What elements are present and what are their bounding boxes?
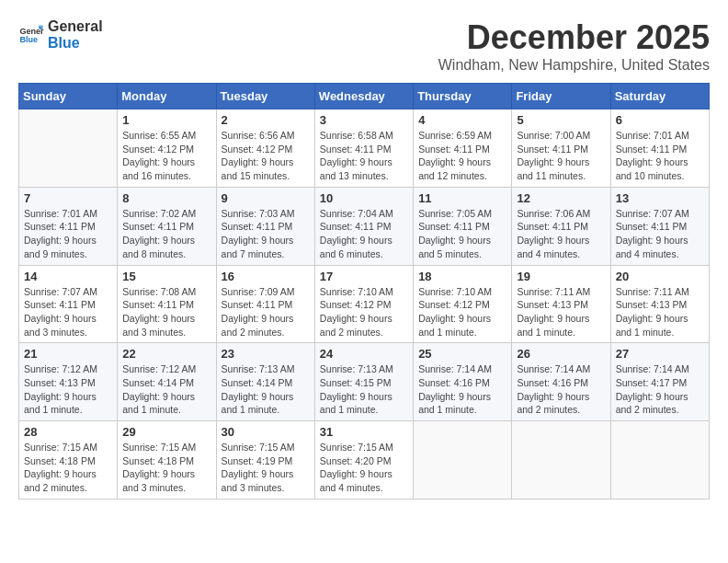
weekday-header-monday: Monday	[118, 84, 216, 109]
day-info: Sunrise: 7:00 AMSunset: 4:11 PMDaylight:…	[517, 129, 605, 183]
title-section: December 2025 Windham, New Hampshire, Un…	[438, 18, 710, 74]
day-info: Sunrise: 7:13 AMSunset: 4:15 PMDaylight:…	[320, 362, 408, 417]
day-number: 21	[24, 347, 112, 361]
day-number: 26	[517, 347, 605, 361]
logo-icon: General Blue	[18, 22, 44, 48]
day-number: 13	[616, 191, 704, 205]
day-info: Sunrise: 7:11 AMSunset: 4:13 PMDaylight:…	[517, 285, 605, 339]
calendar-cell	[414, 421, 512, 500]
day-info: Sunrise: 7:15 AMSunset: 4:19 PMDaylight:…	[222, 441, 310, 495]
weekday-header-sunday: Sunday	[19, 84, 118, 109]
day-number: 7	[24, 191, 112, 205]
day-number: 24	[320, 347, 408, 361]
day-info: Sunrise: 7:14 AMSunset: 4:17 PMDaylight:…	[616, 362, 704, 417]
calendar-cell: 14Sunrise: 7:07 AMSunset: 4:11 PMDayligh…	[19, 265, 118, 343]
calendar-cell: 28Sunrise: 7:15 AMSunset: 4:18 PMDayligh…	[19, 421, 118, 500]
day-info: Sunrise: 7:05 AMSunset: 4:11 PMDaylight:…	[418, 207, 506, 261]
day-info: Sunrise: 7:12 AMSunset: 4:14 PMDaylight:…	[122, 362, 210, 417]
calendar-table: SundayMondayTuesdayWednesdayThursdayFrid…	[18, 83, 710, 500]
day-info: Sunrise: 6:59 AMSunset: 4:11 PMDaylight:…	[418, 129, 506, 183]
calendar-cell: 20Sunrise: 7:11 AMSunset: 4:13 PMDayligh…	[610, 265, 709, 343]
calendar-cell: 13Sunrise: 7:07 AMSunset: 4:11 PMDayligh…	[610, 187, 709, 265]
calendar-header-row: SundayMondayTuesdayWednesdayThursdayFrid…	[19, 84, 710, 109]
day-info: Sunrise: 7:15 AMSunset: 4:20 PMDaylight:…	[320, 441, 408, 495]
day-info: Sunrise: 6:58 AMSunset: 4:11 PMDaylight:…	[320, 129, 408, 183]
day-info: Sunrise: 7:11 AMSunset: 4:13 PMDaylight:…	[616, 285, 704, 339]
day-info: Sunrise: 7:10 AMSunset: 4:12 PMDaylight:…	[418, 285, 506, 339]
logo-line1: General	[48, 18, 103, 35]
day-number: 15	[122, 270, 210, 283]
day-info: Sunrise: 7:08 AMSunset: 4:11 PMDaylight:…	[122, 285, 210, 339]
day-info: Sunrise: 7:15 AMSunset: 4:18 PMDaylight:…	[122, 441, 210, 495]
logo-line2: Blue	[48, 35, 103, 52]
calendar-cell: 27Sunrise: 7:14 AMSunset: 4:17 PMDayligh…	[610, 343, 709, 421]
calendar-cell: 11Sunrise: 7:05 AMSunset: 4:11 PMDayligh…	[414, 187, 512, 265]
day-number: 30	[222, 425, 310, 439]
day-number: 22	[122, 347, 210, 361]
day-info: Sunrise: 7:12 AMSunset: 4:13 PMDaylight:…	[24, 362, 112, 417]
day-info: Sunrise: 7:01 AMSunset: 4:11 PMDaylight:…	[24, 207, 112, 261]
day-info: Sunrise: 7:10 AMSunset: 4:12 PMDaylight:…	[320, 285, 408, 339]
calendar-cell: 4Sunrise: 6:59 AMSunset: 4:11 PMDaylight…	[414, 109, 512, 188]
calendar-week-3: 14Sunrise: 7:07 AMSunset: 4:11 PMDayligh…	[19, 265, 710, 343]
day-number: 12	[517, 191, 605, 205]
day-info: Sunrise: 7:04 AMSunset: 4:11 PMDaylight:…	[320, 207, 408, 261]
calendar-cell: 24Sunrise: 7:13 AMSunset: 4:15 PMDayligh…	[314, 343, 413, 421]
location-title: Windham, New Hampshire, United States	[438, 57, 710, 74]
day-number: 19	[517, 270, 605, 283]
calendar-cell: 30Sunrise: 7:15 AMSunset: 4:19 PMDayligh…	[216, 421, 314, 500]
day-number: 23	[222, 347, 310, 361]
day-number: 9	[222, 191, 310, 205]
calendar-cell: 9Sunrise: 7:03 AMSunset: 4:11 PMDaylight…	[216, 187, 314, 265]
calendar-cell: 29Sunrise: 7:15 AMSunset: 4:18 PMDayligh…	[118, 421, 216, 500]
weekday-header-friday: Friday	[512, 84, 610, 109]
calendar-cell: 31Sunrise: 7:15 AMSunset: 4:20 PMDayligh…	[314, 421, 413, 500]
weekday-header-wednesday: Wednesday	[314, 84, 413, 109]
calendar-week-5: 28Sunrise: 7:15 AMSunset: 4:18 PMDayligh…	[19, 421, 710, 500]
calendar-cell: 8Sunrise: 7:02 AMSunset: 4:11 PMDaylight…	[118, 187, 216, 265]
calendar-cell: 1Sunrise: 6:55 AMSunset: 4:12 PMDaylight…	[118, 109, 216, 188]
day-number: 29	[122, 425, 210, 439]
day-number: 27	[616, 347, 704, 361]
day-number: 1	[122, 113, 210, 127]
calendar-week-4: 21Sunrise: 7:12 AMSunset: 4:13 PMDayligh…	[19, 343, 710, 421]
calendar-cell: 15Sunrise: 7:08 AMSunset: 4:11 PMDayligh…	[118, 265, 216, 343]
calendar-cell: 5Sunrise: 7:00 AMSunset: 4:11 PMDaylight…	[512, 109, 610, 188]
day-number: 28	[24, 425, 112, 439]
day-info: Sunrise: 7:03 AMSunset: 4:11 PMDaylight:…	[222, 207, 310, 261]
calendar-cell	[610, 421, 709, 500]
calendar-cell: 19Sunrise: 7:11 AMSunset: 4:13 PMDayligh…	[512, 265, 610, 343]
day-number: 14	[24, 270, 112, 283]
calendar-cell: 18Sunrise: 7:10 AMSunset: 4:12 PMDayligh…	[414, 265, 512, 343]
calendar-body: 1Sunrise: 6:55 AMSunset: 4:12 PMDaylight…	[19, 109, 710, 500]
day-number: 4	[418, 113, 506, 127]
day-info: Sunrise: 6:55 AMSunset: 4:12 PMDaylight:…	[122, 129, 210, 183]
logo: General Blue General Blue	[18, 18, 103, 51]
calendar-cell: 6Sunrise: 7:01 AMSunset: 4:11 PMDaylight…	[610, 109, 709, 188]
weekday-header-saturday: Saturday	[610, 84, 709, 109]
day-info: Sunrise: 6:56 AMSunset: 4:12 PMDaylight:…	[222, 129, 310, 183]
day-info: Sunrise: 7:14 AMSunset: 4:16 PMDaylight:…	[418, 362, 506, 417]
weekday-header-tuesday: Tuesday	[216, 84, 314, 109]
day-info: Sunrise: 7:09 AMSunset: 4:11 PMDaylight:…	[222, 285, 310, 339]
calendar-cell: 12Sunrise: 7:06 AMSunset: 4:11 PMDayligh…	[512, 187, 610, 265]
day-info: Sunrise: 7:14 AMSunset: 4:16 PMDaylight:…	[517, 362, 605, 417]
day-number: 31	[320, 425, 408, 439]
day-number: 18	[418, 270, 506, 283]
page-header: General Blue General Blue December 2025 …	[18, 18, 710, 74]
calendar-cell: 21Sunrise: 7:12 AMSunset: 4:13 PMDayligh…	[19, 343, 118, 421]
day-info: Sunrise: 7:06 AMSunset: 4:11 PMDaylight:…	[517, 207, 605, 261]
day-number: 10	[320, 191, 408, 205]
calendar-cell: 17Sunrise: 7:10 AMSunset: 4:12 PMDayligh…	[314, 265, 413, 343]
day-number: 25	[418, 347, 506, 361]
calendar-week-1: 1Sunrise: 6:55 AMSunset: 4:12 PMDaylight…	[19, 109, 710, 188]
day-number: 16	[222, 270, 310, 283]
calendar-cell: 26Sunrise: 7:14 AMSunset: 4:16 PMDayligh…	[512, 343, 610, 421]
calendar-cell: 25Sunrise: 7:14 AMSunset: 4:16 PMDayligh…	[414, 343, 512, 421]
calendar-cell: 22Sunrise: 7:12 AMSunset: 4:14 PMDayligh…	[118, 343, 216, 421]
day-info: Sunrise: 7:01 AMSunset: 4:11 PMDaylight:…	[616, 129, 704, 183]
svg-text:Blue: Blue	[19, 35, 38, 44]
calendar-cell	[19, 109, 118, 188]
calendar-cell: 16Sunrise: 7:09 AMSunset: 4:11 PMDayligh…	[216, 265, 314, 343]
day-number: 8	[122, 191, 210, 205]
